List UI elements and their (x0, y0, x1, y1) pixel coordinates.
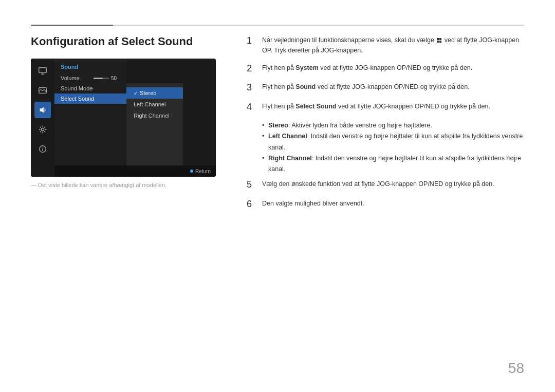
grid-icon (437, 38, 441, 43)
submenu-item-right-channel: Right Channel (126, 110, 183, 121)
tv-icon-sound (34, 102, 51, 118)
tv-icon-image (34, 82, 51, 99)
bullet-left-channel: Left Channel: Indstil den venstre og høj… (262, 131, 524, 153)
step-1-text: Når vejledningen til funktionsknapperne … (262, 35, 524, 55)
return-dot (190, 170, 193, 173)
svg-point-8 (42, 147, 43, 147)
step-2: 2 Flyt hen på System ved at flytte JOG-k… (247, 63, 524, 74)
check-icon: ✓ (134, 90, 138, 96)
step-2-text: Flyt hen på System ved at flytte JOG-kna… (262, 63, 472, 73)
menu-item-select-sound: Select Sound (54, 94, 126, 104)
right-channel-label: Right Channel (134, 113, 170, 119)
page-number: 58 (508, 360, 524, 377)
step-4: 4 Flyt hen på Select Sound ved at flytte… (247, 101, 524, 113)
submenu-item-left-channel: Left Channel (126, 99, 183, 110)
stereo-label: Stereo (140, 90, 156, 96)
bullet-right-channel: Right Channel: Indstil den venstre og hø… (262, 153, 524, 175)
left-column: Konfiguration af Select Sound (31, 35, 226, 371)
tv-icon-monitor (34, 63, 51, 79)
step-6-number: 6 (247, 198, 256, 210)
volume-bar (94, 78, 109, 79)
svg-point-5 (41, 128, 44, 130)
top-line (31, 25, 524, 26)
page-title: Konfiguration af Select Sound (31, 35, 226, 48)
step-4-number: 4 (247, 101, 256, 113)
tv-submenu: ✓ Stereo Left Channel Right Channel (126, 83, 183, 177)
volume-fill (94, 78, 103, 79)
bullet-stereo: Stereo: Aktivér lyden fra både venstre o… (262, 120, 524, 131)
caption: ― Det viste billede kan variere afhængig… (31, 182, 226, 188)
step-6: 6 Den valgte mulighed bliver anvendt. (247, 198, 524, 210)
step-5: 5 Vælg den ønskede funktion ved at flytt… (247, 179, 524, 191)
tv-screen: Sound Volume 50 Sound Mode Select Sound (31, 59, 216, 177)
menu-item-volume: Volume 50 (54, 73, 126, 83)
volume-value: 50 (111, 76, 120, 81)
step-1-number: 1 (247, 35, 256, 47)
step-1: 1 Når vejledningen til funktionsknappern… (247, 35, 524, 55)
step-6-text: Den valgte mulighed bliver anvendt. (262, 198, 364, 209)
submenu-item-stereo: ✓ Stereo (126, 87, 183, 99)
step-3: 3 Flyt hen på Sound ved at flytte JOG-kn… (247, 82, 524, 94)
bullet-list: Stereo: Aktivér lyden fra både venstre o… (262, 120, 524, 175)
tv-sidebar (31, 59, 54, 177)
top-line-accent (31, 25, 113, 26)
step-2-number: 2 (247, 63, 256, 74)
main-content: Konfiguration af Select Sound (31, 35, 524, 371)
menu-item-sound-mode: Sound Mode (54, 83, 126, 94)
right-column: 1 Når vejledningen til funktionsknappern… (247, 35, 524, 371)
return-label: Return (195, 169, 211, 174)
tv-inner: Sound Volume 50 Sound Mode Select Sound (31, 59, 216, 177)
volume-label: Volume (61, 75, 91, 81)
step-3-number: 3 (247, 82, 256, 94)
tv-menu: Sound Volume 50 Sound Mode Select Sound (54, 59, 126, 177)
svg-rect-0 (39, 68, 46, 73)
tv-icon-info (34, 141, 51, 157)
tv-return-bar: Return (54, 165, 216, 177)
step-5-text: Vælg den ønskede funktion ved at flytte … (262, 179, 494, 189)
left-channel-label: Left Channel (134, 101, 165, 107)
step-3-text: Flyt hen på Sound ved at flytte JOG-knap… (262, 82, 470, 92)
menu-section-title: Sound (54, 63, 126, 73)
step-5-number: 5 (247, 179, 256, 191)
svg-marker-4 (40, 107, 44, 113)
tv-icon-settings (34, 121, 51, 138)
step-4-text: Flyt hen på Select Sound ved at flytte J… (262, 101, 490, 111)
